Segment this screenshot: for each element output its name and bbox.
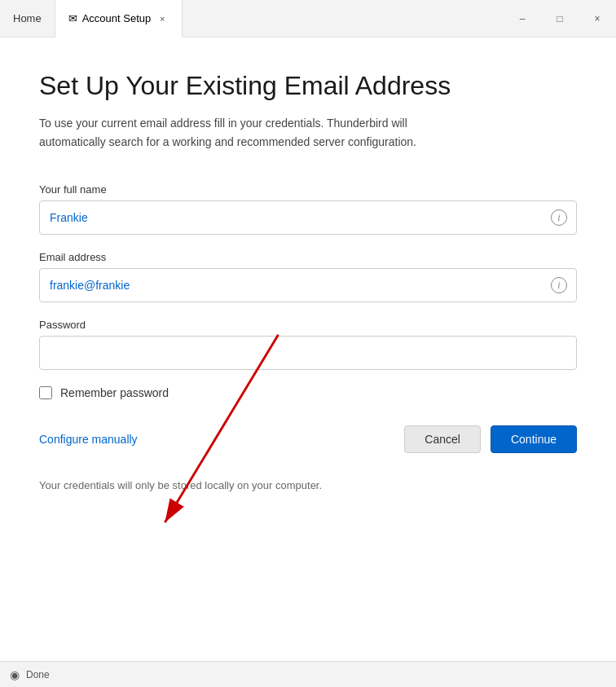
cancel-button[interactable]: Cancel: [404, 425, 481, 453]
main-content: Set Up Your Existing Email Address To us…: [0, 37, 616, 661]
titlebar: Home ✉ Account Setup × – □ ×: [0, 0, 616, 37]
footer-note: Your credentials will only be stored loc…: [39, 479, 577, 491]
page-description: To use your current email address fill i…: [39, 114, 447, 151]
email-input[interactable]: [39, 268, 577, 302]
actions-row: Configure manually Cancel Continue: [39, 425, 577, 453]
statusbar: ◉ Done: [0, 661, 616, 687]
email-label: Email address: [39, 251, 577, 263]
remember-password-row: Remember password: [39, 386, 577, 399]
window-controls: – □ ×: [504, 0, 616, 37]
minimize-button[interactable]: –: [504, 0, 541, 37]
page-title: Set Up Your Existing Email Address: [39, 70, 577, 101]
close-button[interactable]: ×: [579, 0, 616, 37]
continue-button[interactable]: Continue: [491, 425, 577, 453]
password-label: Password: [39, 319, 577, 331]
configure-manually-link[interactable]: Configure manually: [39, 433, 138, 446]
full-name-input[interactable]: [39, 200, 577, 235]
full-name-input-wrapper: i: [39, 200, 577, 235]
mail-icon: ✉: [68, 12, 77, 24]
password-group: Password: [39, 319, 577, 370]
status-text: Done: [26, 669, 50, 680]
full-name-label: Your full name: [39, 183, 577, 196]
password-input[interactable]: [39, 336, 577, 370]
content-wrapper: Set Up Your Existing Email Address To us…: [0, 37, 616, 661]
remember-password-checkbox[interactable]: [39, 386, 52, 399]
maximize-button[interactable]: □: [541, 0, 579, 37]
email-group: Email address i: [39, 251, 577, 302]
home-tab-label: Home: [13, 12, 42, 24]
buttons-group: Cancel Continue: [404, 425, 577, 453]
titlebar-spacer: [183, 0, 504, 37]
password-input-wrapper: [39, 336, 577, 370]
remember-password-label: Remember password: [60, 386, 169, 399]
status-icon: ◉: [10, 668, 20, 681]
full-name-group: Your full name i: [39, 183, 577, 235]
tab-account-setup[interactable]: ✉ Account Setup ×: [55, 0, 183, 37]
tab-home[interactable]: Home: [0, 0, 55, 37]
tab-close-icon[interactable]: ×: [156, 12, 169, 25]
active-tab-label: Account Setup: [82, 12, 152, 24]
email-input-wrapper: i: [39, 268, 577, 302]
